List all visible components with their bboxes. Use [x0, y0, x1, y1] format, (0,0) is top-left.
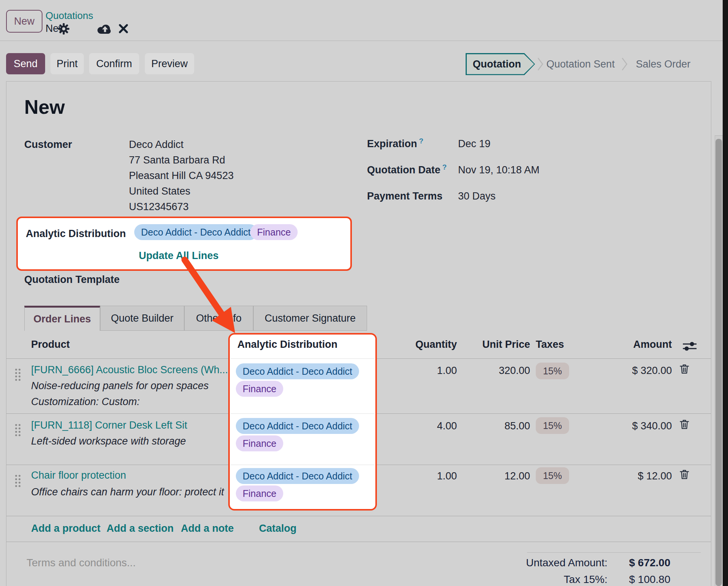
- gear-icon[interactable]: [58, 23, 70, 35]
- drag-handle-icon[interactable]: [15, 369, 20, 381]
- unit-price-cell[interactable]: 85.00: [504, 420, 530, 432]
- column-header-analytic-distribution[interactable]: Analytic Distribution: [237, 339, 337, 350]
- add-a-section-link[interactable]: Add a section: [107, 523, 174, 534]
- amount-cell: $ 340.00: [632, 420, 672, 432]
- row-separator: [231, 358, 375, 359]
- tab-label: Customer Signature: [265, 313, 356, 324]
- add-a-note-link[interactable]: Add a note: [181, 523, 234, 534]
- table-bottom-divider: [6, 542, 711, 542]
- tab-other-info[interactable]: Other Info: [184, 306, 253, 331]
- payment-terms-label: Payment Terms: [367, 190, 442, 202]
- untaxed-amount-value: $ 672.00: [629, 557, 670, 569]
- amount-cell: $ 320.00: [632, 365, 672, 377]
- tax-badge[interactable]: 15%: [536, 363, 569, 379]
- product-description: Left-sided workspace with storage: [31, 435, 186, 447]
- header-divider: [0, 41, 728, 41]
- untaxed-amount-label: Untaxed Amount:: [526, 557, 607, 569]
- tab-label: Other Info: [196, 313, 242, 324]
- help-icon: ?: [419, 137, 424, 145]
- add-a-product-link[interactable]: Add a product: [31, 523, 100, 534]
- quantity-cell[interactable]: 1.00: [437, 470, 457, 482]
- save-cloud-upload-icon[interactable]: [96, 24, 111, 34]
- confirm-button[interactable]: Confirm: [89, 53, 139, 74]
- terms-and-conditions-input[interactable]: Terms and conditions...: [27, 557, 136, 569]
- record-title: New: [24, 96, 65, 118]
- screen-edge: [723, 0, 728, 586]
- product-link[interactable]: Chair floor protection: [31, 470, 126, 481]
- scrollbar-thumb[interactable]: [715, 139, 722, 586]
- column-header-product[interactable]: Product: [31, 339, 70, 350]
- quantity-cell[interactable]: 4.00: [437, 420, 457, 432]
- breadcrumb-parent[interactable]: Quotations: [46, 10, 93, 22]
- product-description: Noise-reducing panels for open spaces: [31, 380, 209, 392]
- new-button[interactable]: New: [6, 10, 42, 33]
- quantity-cell[interactable]: 1.00: [437, 365, 457, 377]
- analytic-tag-deco-addict[interactable]: Deco Addict - Deco Addict: [134, 224, 257, 240]
- unit-price-cell[interactable]: 320.00: [499, 365, 530, 377]
- quotation-form-screen: New Quotations New: [0, 0, 728, 586]
- quotation-template-label: Quotation Template: [24, 274, 120, 286]
- tab-customer-signature[interactable]: Customer Signature: [253, 306, 367, 331]
- analytic-tag-deco-addict[interactable]: Deco Addict - Deco Addict: [236, 418, 359, 434]
- analytic-tag-finance[interactable]: Finance: [250, 224, 298, 240]
- annotation-highlight-analytic-widget: Analytic Distribution Deco Addict - Deco…: [16, 217, 352, 271]
- column-header-taxes[interactable]: Taxes: [536, 339, 564, 350]
- status-step-quotation[interactable]: Quotation: [466, 53, 535, 75]
- drag-handle-icon[interactable]: [15, 424, 20, 436]
- quotation-date-field: Quotation Date?: [367, 164, 447, 176]
- drag-handle-icon[interactable]: [15, 475, 20, 487]
- quotation-date-label: Quotation Date: [367, 164, 441, 176]
- column-header-unit-price[interactable]: Unit Price: [482, 339, 530, 350]
- analytic-tag-finance[interactable]: Finance: [236, 381, 283, 397]
- analytic-tag-finance[interactable]: Finance: [236, 485, 283, 501]
- scrollbar-top-border: [715, 135, 723, 136]
- discard-x-icon[interactable]: [118, 24, 129, 34]
- sheet-left-border: [6, 81, 6, 586]
- unit-price-cell[interactable]: 12.00: [504, 470, 530, 482]
- customer-label: Customer: [24, 139, 72, 151]
- chevron-right-icon: [537, 56, 545, 72]
- row-separator: [231, 465, 375, 465]
- tax-badge[interactable]: 15%: [536, 467, 569, 484]
- tab-label: Quote Builder: [111, 313, 173, 324]
- customer-name[interactable]: Deco Addict: [129, 139, 184, 151]
- delete-line-trash-icon[interactable]: [679, 363, 689, 375]
- customer-address-line: 77 Santa Barbara Rd: [129, 154, 225, 166]
- print-button[interactable]: Print: [50, 53, 84, 74]
- product-link[interactable]: [FURN_1118] Corner Desk Left Sit: [31, 419, 187, 431]
- row-separator: [231, 413, 375, 414]
- catalog-link[interactable]: Catalog: [259, 523, 297, 534]
- chevron-right-icon: [621, 56, 629, 72]
- column-header-amount[interactable]: Amount: [633, 339, 672, 350]
- analytic-tag-deco-addict[interactable]: Deco Addict - Deco Addict: [236, 468, 359, 484]
- expiration-label: Expiration: [367, 138, 417, 149]
- totals-divider: [527, 552, 701, 553]
- status-step-sales-order[interactable]: Sales Order: [636, 58, 689, 70]
- help-icon: ?: [442, 163, 447, 171]
- column-header-quantity[interactable]: Quantity: [415, 339, 457, 350]
- send-button[interactable]: Send: [6, 53, 45, 74]
- update-all-lines-link[interactable]: Update All Lines: [139, 250, 219, 262]
- customer-address-line: Pleasant Hill CA 94523: [129, 170, 234, 182]
- delete-line-trash-icon[interactable]: [679, 419, 689, 430]
- tab-quote-builder[interactable]: Quote Builder: [100, 306, 184, 331]
- row-separator: [6, 516, 711, 516]
- tab-order-lines[interactable]: Order Lines: [24, 306, 100, 331]
- analytic-tag-finance[interactable]: Finance: [236, 435, 283, 451]
- status-step-quotation-sent[interactable]: Quotation Sent: [546, 58, 614, 70]
- product-link[interactable]: [FURN_6666] Acoustic Bloc Screens (Wh...: [31, 364, 228, 376]
- expiration-field: Expiration?: [367, 138, 424, 150]
- status-pipeline: Quotation Quotation Sent Sales Order: [466, 53, 689, 75]
- analytic-tag-deco-addict[interactable]: Deco Addict - Deco Addict: [236, 363, 359, 379]
- optional-columns-sliders-icon[interactable]: [681, 341, 698, 352]
- delete-line-trash-icon[interactable]: [679, 469, 689, 480]
- status-step-label: Quotation: [466, 53, 528, 75]
- analytic-distribution-label: Analytic Distribution: [26, 228, 126, 240]
- customer-address-line: US12345673: [129, 201, 189, 213]
- expiration-value[interactable]: Dec 19: [458, 138, 491, 150]
- quotation-date-value[interactable]: Nov 19, 10:18 AM: [458, 164, 540, 176]
- payment-terms-value[interactable]: 30 Days: [458, 190, 496, 202]
- tax-total-label: Tax 15%:: [564, 573, 607, 586]
- tax-badge[interactable]: 15%: [536, 417, 569, 434]
- preview-button[interactable]: Preview: [145, 53, 194, 74]
